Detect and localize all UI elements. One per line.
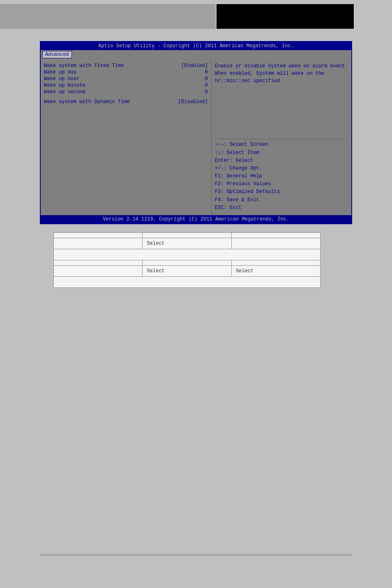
key-plusminus: +/-: Change Opt. xyxy=(215,165,348,172)
bios-version: Version 2.14.1219. Copyright (C) 2011 Am… xyxy=(103,216,289,222)
bios-value-4: 0 xyxy=(205,89,208,95)
table-cell-2-1 xyxy=(54,238,143,249)
table-cell-4-3 xyxy=(232,260,320,265)
table-cell-5-2[interactable]: Select xyxy=(143,266,231,276)
key-arrows: ↕←→: Select Screen xyxy=(215,141,348,149)
table-section: Select Select Select xyxy=(53,232,321,288)
bios-value-0: [Enabled] xyxy=(181,63,208,69)
bios-item-3[interactable]: Wake up minute 0 xyxy=(44,82,208,89)
bios-value-1: 0 xyxy=(205,69,208,75)
bottom-line xyxy=(40,555,352,555)
key-f1: F1: General Help xyxy=(215,172,348,180)
table-cell-1-3 xyxy=(232,233,320,238)
table-cell-5-3[interactable]: Select xyxy=(232,266,320,276)
bios-item-2[interactable]: Wake up hour 0 xyxy=(44,76,208,82)
table-row-2: Select xyxy=(54,238,320,249)
bios-right-panel: Enable or disable System wake on alarm e… xyxy=(212,59,351,215)
table-row-3 xyxy=(54,249,320,260)
bios-item-1[interactable]: Wake up day 0 xyxy=(44,69,208,76)
table-row-5: Select Select xyxy=(54,266,320,277)
bios-item-0[interactable]: Wake system with Fixed Time [Enabled] xyxy=(44,62,208,69)
key-esc: ESC: Exit xyxy=(215,204,348,212)
key-enter: Enter: Select xyxy=(215,157,348,165)
key-updown: ↑↓: Select Item xyxy=(215,149,348,157)
bios-title: Aptio Setup Utility - Copyright (C) 2011… xyxy=(98,43,293,49)
table-row-4 xyxy=(54,260,320,266)
bios-label-1: Wake up day xyxy=(44,69,118,75)
bios-label-2: Wake up hour xyxy=(44,76,118,82)
bios-title-bar: Aptio Setup Utility - Copyright (C) 2011… xyxy=(41,42,351,50)
table-cell-4-1 xyxy=(54,260,143,265)
bios-main: Wake system with Fixed Time [Enabled] Wa… xyxy=(41,59,351,215)
bios-label-0: Wake system with Fixed Time xyxy=(44,63,124,69)
header-left xyxy=(0,4,216,29)
header xyxy=(0,0,392,33)
bios-divider xyxy=(215,139,348,139)
bios-tab-row: Advanced xyxy=(41,50,351,59)
bios-label-5: Wake system with Dynamic Time xyxy=(44,99,130,105)
table-cell-2-3 xyxy=(232,238,320,249)
tab-advanced[interactable]: Advanced xyxy=(42,51,72,58)
table-cell-1-1 xyxy=(54,233,143,238)
bios-value-3: 0 xyxy=(205,83,208,88)
bios-status-bar: Version 2.14.1219. Copyright (C) 2011 Am… xyxy=(41,215,351,223)
bios-screen: Aptio Setup Utility - Copyright (C) 2011… xyxy=(40,41,352,224)
bios-help-text: Enable or disable System wake on alarm e… xyxy=(215,62,348,137)
header-right xyxy=(217,4,354,29)
bios-keys: ↕←→: Select Screen ↑↓: Select Item Enter… xyxy=(215,141,348,212)
bios-item-5[interactable]: Wake system with Dynamic Time [Disabled] xyxy=(44,99,208,105)
table-cell-1-2 xyxy=(143,233,231,238)
bios-value-5: [Disabled] xyxy=(178,99,208,105)
table-row-6 xyxy=(54,277,320,287)
table-cell-4-2 xyxy=(143,260,231,265)
bios-value-2: 0 xyxy=(205,76,208,82)
bios-left-panel: Wake system with Fixed Time [Enabled] Wa… xyxy=(41,59,212,215)
key-f4: F4: Save & Exit xyxy=(215,196,348,204)
key-f2: F2: Previous Values xyxy=(215,180,348,188)
key-f3: F3: Optimized Defaults xyxy=(215,188,348,196)
bios-label-3: Wake up minute xyxy=(44,83,118,88)
bios-label-4: Wake up second xyxy=(44,89,118,95)
bios-item-4[interactable]: Wake up second 0 xyxy=(44,89,208,95)
table-row-1 xyxy=(54,233,320,238)
table-cell-2-2[interactable]: Select xyxy=(143,238,231,249)
table-cell-5-1 xyxy=(54,266,143,276)
